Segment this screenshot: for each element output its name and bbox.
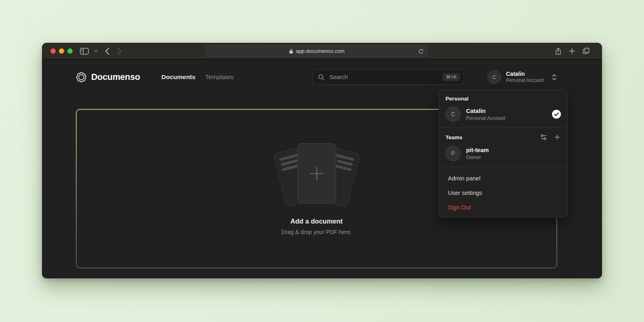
refresh-icon[interactable] [418, 48, 424, 54]
menu-item-admin-panel[interactable]: Admin panel [439, 171, 567, 186]
account-subtitle: Personal Account [506, 77, 544, 84]
account-menu-trigger[interactable]: C Catalin Personal Account [487, 69, 557, 85]
lock-icon [289, 48, 293, 54]
zoom-button[interactable] [67, 48, 73, 54]
sidebar-toggle-icon[interactable] [80, 48, 89, 55]
chevrons-up-down-icon [552, 74, 557, 81]
document-card-center [297, 143, 336, 204]
personal-account-item[interactable]: C Catalin Personal Account [445, 107, 561, 122]
account-name: Catalin [506, 71, 544, 77]
minimize-button[interactable] [59, 48, 64, 54]
brand-name: Documenso [91, 72, 140, 82]
nav-templates[interactable]: Templates [205, 73, 234, 81]
team-avatar: P [445, 146, 461, 161]
main-nav: Documents Templates [161, 59, 234, 95]
plus-icon [307, 164, 326, 183]
url-text: app.documenso.com [296, 48, 345, 54]
account-avatar: C [487, 70, 501, 84]
forward-button-icon[interactable] [117, 48, 122, 55]
nav-documents[interactable]: Documents [161, 73, 195, 81]
team-name: pit-team [466, 146, 489, 154]
search-shortcut-badge: ⌘+K [443, 73, 460, 81]
personal-account-name: Catalin [466, 107, 505, 115]
personal-section-label: Personal [445, 96, 561, 102]
selected-check-icon [552, 110, 561, 119]
back-button-icon[interactable] [105, 48, 109, 55]
create-team-icon[interactable] [554, 134, 561, 141]
menu-item-sign-out[interactable]: Sign Out [439, 200, 567, 215]
teams-section-label: Teams [445, 134, 462, 140]
documenso-page: Documenso Documents Templates ⌘+K C Cata… [42, 59, 602, 278]
document-cards-illustration [266, 142, 367, 208]
search-bar[interactable]: ⌘+K [313, 69, 464, 85]
account-dropdown-menu: Personal C Catalin Personal Account [439, 90, 568, 217]
address-bar[interactable]: app.documenso.com [206, 45, 428, 57]
manage-teams-icon[interactable] [540, 134, 547, 141]
team-role: Owner [466, 154, 489, 161]
search-input[interactable] [328, 73, 443, 81]
browser-window: app.documenso.com [42, 43, 602, 278]
search-icon [318, 74, 325, 81]
dropzone-subtitle: Drag & drop your PDF here. [281, 229, 351, 235]
menu-item-user-settings[interactable]: User settings [439, 186, 567, 200]
documenso-logo-icon [76, 72, 87, 83]
personal-account-avatar: C [445, 107, 461, 122]
brand-home-link[interactable]: Documenso [76, 59, 140, 95]
team-item[interactable]: P pit-team Owner [445, 146, 561, 161]
new-tab-icon[interactable] [569, 48, 575, 54]
close-button[interactable] [50, 48, 56, 54]
dropzone-title: Add a document [291, 217, 343, 225]
personal-account-subtitle: Personal Account [466, 115, 505, 121]
browser-toolbar: app.documenso.com [42, 43, 602, 59]
tab-overview-icon[interactable] [582, 47, 590, 55]
window-controls [50, 48, 73, 54]
share-icon[interactable] [555, 47, 562, 55]
tab-group-chevron-icon[interactable] [94, 50, 98, 52]
